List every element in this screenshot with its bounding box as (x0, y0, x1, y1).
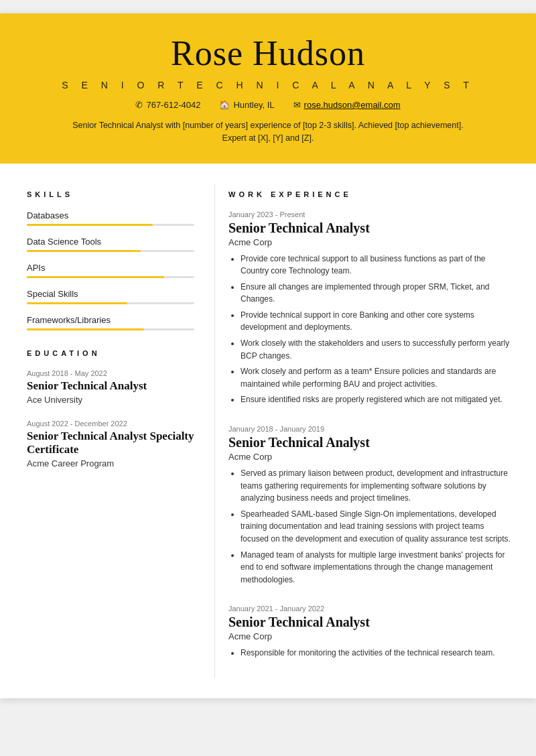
body-section: SKILLS Databases Data Science Tools APIs… (0, 164, 536, 698)
skill-item: Databases (27, 210, 194, 226)
education-degree: Senior Technical Analyst Specialty Certi… (27, 430, 194, 456)
email-icon: ✉ (293, 100, 301, 110)
phone-number: 767-612-4042 (146, 100, 200, 110)
education-institution: Acme Career Program (27, 458, 194, 468)
skill-bar-fill (27, 224, 153, 226)
education-section-header: EDUCATION (27, 349, 194, 357)
work-bullet: Ensure identified risks are properly reg… (241, 393, 513, 406)
skill-bar-fill (27, 250, 141, 252)
skill-item: APIs (27, 263, 194, 278)
work-bullet: Work closely with the stakeholders and u… (241, 337, 513, 362)
work-date: January 2018 - January 2019 (228, 425, 513, 433)
work-date: January 2021 - January 2022 (228, 605, 513, 613)
work-bullet: Work closely and perform as a team* Ensu… (241, 365, 513, 390)
resume-container: Rose Hudson S e n i o r T e c h n i c a … (0, 13, 536, 698)
candidate-title: S e n i o r T e c h n i c a l A n a l y … (27, 80, 509, 90)
location-text: Huntley, IL (233, 100, 274, 110)
education-institution: Ace University (27, 395, 194, 405)
work-item: January 2021 - January 2022 Senior Techn… (228, 605, 513, 659)
skill-name: Frameworks/Libraries (27, 315, 194, 325)
skill-bar-background (27, 250, 194, 252)
work-section-header: WORK EXPERIENCE (228, 190, 513, 198)
work-title: Senior Technical Analyst (228, 435, 513, 450)
work-bullets-list: Responsible for monitoring the activitie… (228, 647, 513, 659)
skill-item: Data Science Tools (27, 237, 194, 252)
work-bullet: Served as primary liaison between produc… (241, 467, 513, 505)
skill-name: APIs (27, 263, 194, 273)
right-column: WORK EXPERIENCE January 2023 - Present S… (214, 184, 536, 678)
education-item: August 2018 - May 2022 Senior Technical … (27, 369, 194, 405)
education-section: EDUCATION August 2018 - May 2022 Senior … (27, 349, 194, 468)
work-title: Senior Technical Analyst (228, 615, 513, 630)
work-company: Acme Corp (228, 452, 513, 462)
education-degree: Senior Technical Analyst (27, 379, 194, 393)
work-bullet: Provide core technical support to all bu… (241, 253, 513, 277)
left-column: SKILLS Databases Data Science Tools APIs… (0, 184, 214, 678)
work-item: January 2023 - Present Senior Technical … (228, 210, 513, 407)
education-item: August 2022 - December 2022 Senior Techn… (27, 420, 194, 468)
work-item: January 2018 - January 2019 Senior Techn… (228, 425, 513, 586)
work-bullet: Responsible for monitoring the activitie… (241, 647, 513, 659)
work-experience-list: January 2023 - Present Senior Technical … (228, 210, 513, 659)
education-date: August 2022 - December 2022 (27, 420, 194, 428)
location-icon: 🏠 (219, 100, 230, 110)
skills-list: Databases Data Science Tools APIs Specia… (27, 210, 194, 330)
work-date: January 2023 - Present (228, 210, 513, 218)
work-bullet: Provide technical support in core Bankin… (241, 309, 513, 334)
skill-bar-fill (27, 328, 144, 330)
phone-contact: ✆ 767-612-4042 (135, 100, 200, 110)
work-bullet: Managed team of analysts for multiple la… (241, 549, 513, 586)
skills-section-header: SKILLS (27, 190, 194, 198)
contact-info: ✆ 767-612-4042 🏠 Huntley, IL ✉ rose.huds… (27, 100, 509, 110)
skill-bar-background (27, 302, 194, 304)
work-bullet: Ensure all changes are implemented throu… (241, 281, 513, 306)
candidate-summary: Senior Technical Analyst with [number of… (60, 119, 476, 145)
education-date: August 2018 - May 2022 (27, 369, 194, 377)
email-address: rose.hudson@email.com (304, 100, 401, 110)
skill-name: Special Skills (27, 289, 194, 299)
work-company: Acme Corp (228, 631, 513, 641)
work-bullet: Spearheaded SAML-based Single Sign-On im… (241, 508, 513, 546)
work-title: Senior Technical Analyst (228, 220, 513, 236)
skill-bar-background (27, 276, 194, 278)
skill-name: Data Science Tools (27, 237, 194, 247)
work-bullets-list: Provide core technical support to all bu… (228, 253, 513, 407)
skill-name: Databases (27, 210, 194, 220)
skill-bar-fill (27, 276, 164, 278)
location-contact: 🏠 Huntley, IL (219, 100, 274, 110)
work-bullets-list: Served as primary liaison between produc… (228, 467, 513, 586)
work-company: Acme Corp (228, 237, 513, 247)
skill-bar-fill (27, 302, 127, 304)
skill-bar-background (27, 224, 194, 226)
phone-icon: ✆ (135, 100, 143, 110)
email-contact: ✉ rose.hudson@email.com (293, 100, 401, 110)
header-section: Rose Hudson S e n i o r T e c h n i c a … (0, 13, 536, 164)
skill-item: Special Skills (27, 289, 194, 304)
candidate-name: Rose Hudson (27, 34, 509, 73)
skill-item: Frameworks/Libraries (27, 315, 194, 330)
skill-bar-background (27, 328, 194, 330)
